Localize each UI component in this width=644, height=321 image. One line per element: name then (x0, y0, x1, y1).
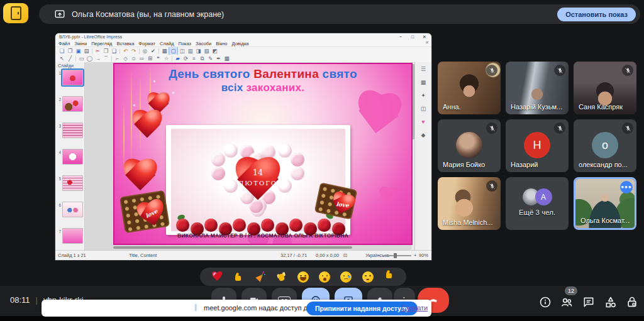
zoom-in-icon[interactable]: + (414, 253, 416, 258)
close-document-icon[interactable]: ✕ (425, 40, 429, 45)
insert-image-icon[interactable]: ▦ (223, 55, 231, 62)
properties-icon[interactable]: ☰ (421, 66, 426, 72)
menu-item-2[interactable]: Перегляд (91, 41, 112, 46)
hide-notice-link[interactable]: Сховати (401, 304, 428, 312)
slide-thumbnail-1[interactable]: 1 (55, 68, 84, 95)
thumbnail-number: 5 (56, 177, 61, 181)
host-controls-lock-icon[interactable] (626, 296, 638, 308)
thumbs-down-reaction[interactable] (384, 271, 395, 283)
participant-tile-3[interactable]: Мария Бойко (438, 119, 501, 172)
select-icon[interactable]: ↖ (58, 55, 66, 62)
points-icon[interactable]: ✎ (206, 55, 214, 62)
arrow-icon[interactable]: → (94, 55, 102, 62)
minimize-button[interactable]: − (395, 33, 406, 40)
participant-tile-1[interactable]: Назарій Кузьм... (506, 62, 569, 114)
slide-thumbnail-6[interactable]: 6 (55, 200, 84, 227)
clap-reaction[interactable] (276, 271, 287, 283)
slide-thumbnail-7[interactable]: 7 (55, 227, 84, 251)
tile-options-icon[interactable]: ●●● (620, 181, 633, 193)
menu-item-4[interactable]: Формат (138, 41, 155, 46)
participant-tile-0[interactable]: Анна. (438, 62, 501, 114)
sparkling-heart-reaction[interactable] (211, 271, 223, 283)
menu-item-7[interactable]: Засоби (196, 41, 211, 46)
image-icon[interactable]: ◨ (194, 47, 203, 55)
presenter-window-icon[interactable] (3, 3, 28, 23)
textbox-icon[interactable]: ◩ (211, 47, 219, 55)
table-icon[interactable]: ▥ (186, 47, 194, 55)
gallery-icon[interactable]: ♥ (421, 119, 425, 125)
rotate-icon[interactable]: ⟳ (182, 55, 190, 62)
menu-item-3[interactable]: Вставка (116, 41, 134, 46)
menu-item-6[interactable]: Показ (179, 41, 192, 46)
cry-reaction[interactable] (340, 271, 352, 283)
save-icon[interactable]: ▣ (74, 47, 82, 55)
close-button[interactable]: ✕ (419, 33, 430, 40)
zoom-slider[interactable] (382, 255, 411, 256)
navigator-icon[interactable]: ◆ (421, 132, 426, 138)
curve-icon[interactable]: ⌒ (102, 55, 110, 62)
symbol-shapes-icon[interactable]: ☺ (130, 55, 138, 62)
paste-icon[interactable]: ❑ (110, 47, 118, 55)
block-arrows-icon[interactable]: ⇨ (138, 55, 146, 62)
redo-icon[interactable]: ↷ (130, 47, 138, 55)
thumbs-up-reaction[interactable] (233, 271, 244, 283)
participant-name: олександр по... (579, 161, 628, 168)
thinking-reaction[interactable] (362, 271, 374, 283)
flowchart-icon[interactable]: ⊞ (146, 55, 154, 62)
fill-color-icon[interactable]: ▰ (174, 55, 182, 62)
participant-tile-6[interactable]: Misha Melnich... (438, 177, 501, 230)
maximize-button[interactable]: □ (407, 33, 418, 40)
arrange-icon[interactable]: ⧉ (198, 55, 206, 62)
zoom-slider-thumb[interactable] (394, 253, 397, 258)
stars-icon[interactable]: ☆ (162, 55, 170, 62)
fontwork-icon[interactable]: ✒ (214, 55, 223, 62)
participant-tile-4[interactable]: ННазарий (506, 119, 569, 172)
participant-tile-7[interactable]: AЕщё 3 чел. (506, 177, 569, 230)
cut-icon[interactable]: ✂ (94, 47, 102, 55)
stop-presenting-button[interactable]: Остановить показ (557, 8, 636, 21)
master-pages-icon[interactable]: ◫ (421, 106, 426, 112)
surprised-reaction[interactable] (319, 271, 330, 283)
menu-item-0[interactable]: Файл (58, 41, 70, 46)
chat-icon[interactable] (582, 296, 595, 308)
callout-icon[interactable]: ❝ (154, 55, 162, 62)
align-icon[interactable]: ≡ (190, 55, 198, 62)
line-icon[interactable]: ╱ (66, 55, 74, 62)
participant-tile-8[interactable]: Ольга Космат...●●● (574, 177, 636, 230)
ellipse-icon[interactable]: ◯ (86, 55, 94, 62)
menu-item-5[interactable]: Слайд (160, 41, 174, 46)
basic-shapes-icon[interactable]: ◇ (121, 55, 130, 62)
copy-icon[interactable]: ❒ (102, 47, 110, 55)
master-slide-icon[interactable]: ◫ (178, 47, 186, 55)
menu-item-1[interactable]: Зміни (74, 41, 87, 46)
new-icon[interactable]: ❏ (58, 47, 66, 55)
menu-item-9[interactable]: Довідка (232, 41, 249, 46)
slide-thumbnail-5[interactable]: 5 (55, 174, 84, 200)
print-icon[interactable]: ▤ (82, 47, 91, 55)
slide-thumbnail-3[interactable]: 3 (55, 121, 84, 148)
chart-icon[interactable]: ▧ (203, 47, 211, 55)
transitions-icon[interactable]: ▦ (421, 79, 426, 85)
slide-thumbnail-4[interactable]: 4 (55, 148, 84, 174)
open-icon[interactable]: ❐ (66, 47, 74, 55)
connector-icon[interactable]: ⌐ (113, 55, 121, 62)
people-icon[interactable] (560, 296, 573, 308)
zoom-out-icon[interactable]: − (377, 253, 380, 258)
undo-icon[interactable]: ↶ (121, 47, 130, 55)
laugh-reaction[interactable] (297, 271, 309, 283)
party-popper-reaction[interactable] (255, 271, 266, 283)
participant-tile-2[interactable]: Саня Каспряк (574, 62, 636, 114)
menu-item-8[interactable]: Вікно (216, 41, 227, 46)
drag-handle-icon[interactable]: ║ (194, 304, 198, 310)
info-icon[interactable] (539, 296, 552, 308)
rectangle-icon[interactable]: ▭ (77, 55, 86, 62)
activities-icon[interactable] (604, 296, 617, 308)
horizontal-scrollbar[interactable] (113, 246, 352, 249)
participant-tile-5[interactable]: оолександр по... (574, 119, 636, 172)
display-grid-icon[interactable]: ▦ (160, 47, 169, 55)
find-replace-icon[interactable]: ◎ (141, 47, 149, 55)
spelling-icon[interactable]: ✔ (149, 47, 157, 55)
participant-name: Ещё 3 чел. (506, 209, 569, 216)
slide-thumbnail-2[interactable]: 2 (55, 95, 84, 121)
animation-icon[interactable]: ✦ (421, 92, 426, 99)
